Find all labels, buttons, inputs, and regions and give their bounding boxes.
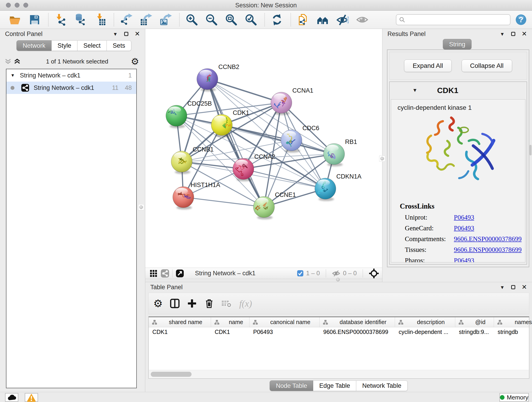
delete-column-trash-icon[interactable] (204, 298, 215, 309)
panel-float-icon[interactable] (124, 32, 128, 36)
tab-style[interactable]: Style (51, 40, 77, 51)
table-row[interactable]: CDK1CDK1P064939606.ENSP00000378699cyclin… (149, 327, 529, 337)
import-database-icon[interactable] (74, 13, 87, 26)
search-input[interactable] (396, 14, 510, 25)
crosslink-link[interactable]: 9606.ENSP00000378699 (454, 235, 522, 243)
node-label-HIST1H1A: HIST1H1A (191, 182, 220, 188)
disclosure-triangle-icon[interactable]: ▼ (11, 73, 15, 78)
tab-sets[interactable]: Sets (107, 40, 131, 51)
disclosure-triangle-icon[interactable]: ▼ (412, 87, 418, 93)
crosslink-link[interactable]: 9606.ENSP00000378699 (454, 246, 522, 254)
grid-view-icon[interactable] (150, 270, 157, 277)
panel-float-icon[interactable] (511, 285, 515, 289)
network-node-CCNE1[interactable]: CCNE1 (253, 191, 296, 219)
horizontal-splitter[interactable] (145, 279, 382, 282)
network-node-RB1[interactable]: RB1 (323, 138, 357, 166)
open-folder-icon[interactable] (9, 13, 21, 26)
crosslink-link[interactable]: P06493 (454, 214, 474, 221)
network-view-toolbar: String Network – cdk1 1 – 0 0 – 0 (145, 268, 382, 279)
column-header-@id[interactable]: @id (455, 317, 494, 327)
network-options-gear-icon[interactable]: ⚙ (131, 57, 139, 66)
panel-collapse-icon[interactable]: ▼ (500, 32, 505, 36)
save-icon[interactable] (28, 13, 41, 26)
crosslink-link[interactable]: P06493 (454, 224, 474, 232)
table-hscrollbar-thumb[interactable] (151, 372, 191, 377)
tab-edge-table[interactable]: Edge Table (313, 380, 356, 391)
tab-node-table[interactable]: Node Table (270, 380, 313, 391)
column-header-shared-name[interactable]: shared name (149, 317, 211, 327)
node-label-CDK1: CDK1 (233, 109, 249, 116)
bottom-splitter-handle[interactable] (335, 278, 341, 281)
left-splitter-handle[interactable] (138, 204, 144, 210)
zoom-selected-icon[interactable] (245, 13, 257, 26)
selected-checkbox-icon[interactable] (297, 270, 303, 276)
column-header-database-identifier[interactable]: database identifier (320, 317, 395, 327)
cloud-button[interactable] (5, 393, 18, 402)
network-collection-row[interactable]: ▼ String Network – cdk1 1 (6, 69, 136, 82)
status-bar: Memory (0, 392, 532, 402)
network-tree: ▼ String Network – cdk1 1 String Network… (6, 69, 137, 388)
panel-collapse-icon[interactable]: ▼ (500, 285, 505, 290)
column-header-namespace[interactable]: namespace (494, 317, 532, 327)
first-neighbors-icon[interactable] (317, 13, 329, 26)
panel-close-icon[interactable]: ✕ (522, 31, 527, 37)
zoom-fit-icon[interactable] (225, 13, 237, 26)
search-box (396, 14, 510, 25)
crosslink-row: Tissues:9606.ENSP00000378699 (391, 246, 525, 254)
warnings-button[interactable] (25, 393, 38, 402)
network-canvas[interactable]: CCNB2 CCNA1 CDC25B CDK1 CDC6 RB1 CCNB1 (145, 29, 382, 268)
import-table-icon[interactable] (94, 13, 106, 26)
gene-description: cyclin-dependent kinase 1 (391, 99, 525, 111)
birdseye-view-icon[interactable] (176, 269, 184, 278)
crosslink-link[interactable]: P06493 (454, 257, 474, 262)
node-label-RB1: RB1 (345, 138, 357, 145)
collapse-all-button[interactable]: Collapse All (462, 60, 512, 72)
clone-network-icon[interactable] (297, 13, 309, 26)
export-table-icon[interactable] (140, 13, 152, 26)
refresh-icon[interactable] (271, 13, 283, 26)
zoom-in-icon[interactable] (186, 13, 198, 26)
control-panel-title: Control Panel (5, 31, 43, 38)
table-settings-gear-icon[interactable]: ⚙ (153, 298, 163, 309)
hidden-eye-icon[interactable] (332, 270, 340, 277)
column-header-canonical-name[interactable]: canonical name (249, 317, 320, 327)
gene-section-header[interactable]: ▼ CDK1 (389, 82, 527, 99)
results-scrollbar-thumb[interactable] (530, 145, 532, 155)
help-icon[interactable]: ? (515, 14, 526, 25)
tab-select[interactable]: Select (77, 40, 107, 51)
expand-all-button[interactable]: Expand All (404, 60, 451, 72)
right-splitter-handle[interactable] (379, 156, 385, 162)
fit-selected-move-icon[interactable] (369, 268, 379, 279)
network-row-selected[interactable]: String Network – cdk1 11 48 (6, 82, 136, 94)
network-node-CDKN1A[interactable]: CDKN1A (315, 173, 361, 201)
table-cell: stringdb:9... (455, 327, 494, 337)
panel-float-icon[interactable] (511, 32, 515, 36)
show-eye-icon[interactable] (356, 13, 368, 26)
node-table: shared namenamecanonical namedatabase id… (148, 317, 529, 379)
panel-collapse-icon[interactable]: ▼ (113, 32, 118, 36)
window-title: Session: New Session (0, 2, 532, 9)
cloud-icon (7, 394, 16, 401)
export-image-icon[interactable] (159, 13, 172, 26)
zoom-out-icon[interactable] (205, 13, 218, 26)
network-node-CCNA1[interactable]: CCNA1 (271, 87, 313, 115)
column-header-description[interactable]: description (395, 317, 455, 327)
collapse-all-icon[interactable] (5, 59, 11, 64)
import-network-icon[interactable] (55, 13, 67, 26)
table-cell: CDK1 (149, 327, 211, 337)
panel-close-icon[interactable]: ✕ (522, 284, 527, 290)
network-node-HIST1H1A[interactable]: HIST1H1A (173, 182, 220, 210)
expand-all-icon[interactable] (14, 59, 20, 64)
network-badge-icon[interactable] (161, 269, 169, 278)
tab-string[interactable]: String (443, 39, 472, 50)
tab-network[interactable]: Network (17, 40, 51, 51)
tab-network-table[interactable]: Network Table (356, 380, 408, 391)
memory-button[interactable]: Memory (500, 393, 529, 402)
export-network-icon[interactable] (120, 13, 133, 26)
column-header-name[interactable]: name (211, 317, 249, 327)
add-column-icon[interactable] (187, 298, 197, 308)
panel-close-icon[interactable]: ✕ (135, 31, 140, 37)
hide-eye-icon[interactable] (336, 13, 349, 26)
show-columns-icon[interactable] (170, 298, 180, 309)
function-builder-icon: f(x) (239, 298, 252, 309)
